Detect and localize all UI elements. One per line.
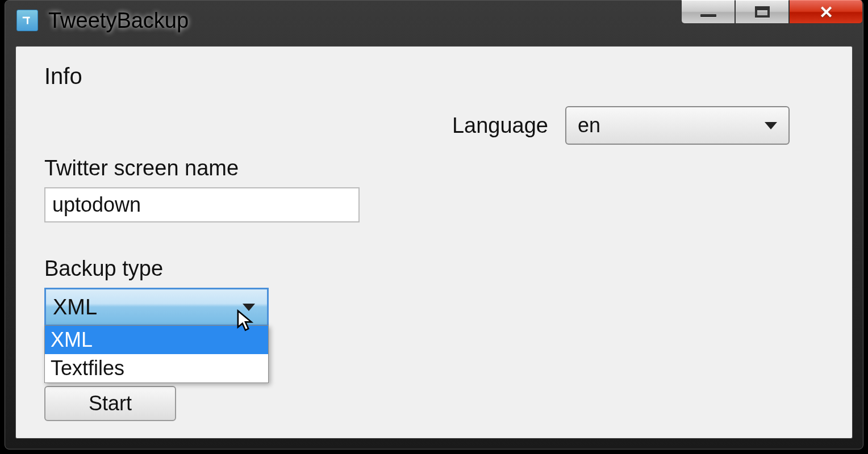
- window-title: TweetyBackup: [48, 9, 189, 33]
- backup-type-label: Backup type: [44, 257, 824, 281]
- maximize-button[interactable]: [735, 0, 789, 24]
- dropdown-option-textfiles[interactable]: Textfiles: [45, 354, 268, 382]
- close-button[interactable]: ✕: [789, 0, 863, 24]
- backup-type-dropdown-list: XML Textfiles: [44, 325, 269, 383]
- backup-type-select[interactable]: XML: [44, 288, 269, 326]
- app-icon: [16, 10, 38, 31]
- screen-name-input[interactable]: [44, 187, 360, 222]
- minimize-icon: [700, 14, 716, 17]
- start-button-label: Start: [89, 392, 132, 415]
- info-heading: Info: [44, 64, 824, 89]
- window-controls: ✕: [681, 0, 863, 24]
- title-left: TweetyBackup: [16, 9, 189, 33]
- language-row: Language en: [44, 106, 824, 145]
- screen-name-group: Twitter screen name: [44, 156, 824, 222]
- language-selected-value: en: [578, 114, 600, 137]
- screen-name-label: Twitter screen name: [44, 156, 824, 180]
- client-area: Info Language en Twitter screen name Bac…: [15, 46, 853, 439]
- close-icon: ✕: [819, 2, 833, 22]
- language-label: Language: [452, 114, 548, 138]
- chevron-down-icon: [765, 122, 777, 129]
- dropdown-option-xml[interactable]: XML: [45, 326, 268, 354]
- backup-type-selected-value: XML: [53, 295, 97, 320]
- maximize-icon: [755, 6, 770, 18]
- window-frame: TweetyBackup ✕ Info Language en Twitter …: [5, 0, 863, 449]
- backup-type-group: Backup type XML XML Textfiles Start: [44, 257, 824, 421]
- language-select[interactable]: en: [565, 106, 790, 145]
- title-bar[interactable]: TweetyBackup ✕: [5, 1, 863, 40]
- chevron-down-icon: [237, 304, 260, 311]
- minimize-button[interactable]: [681, 0, 735, 24]
- start-button[interactable]: Start: [44, 386, 176, 421]
